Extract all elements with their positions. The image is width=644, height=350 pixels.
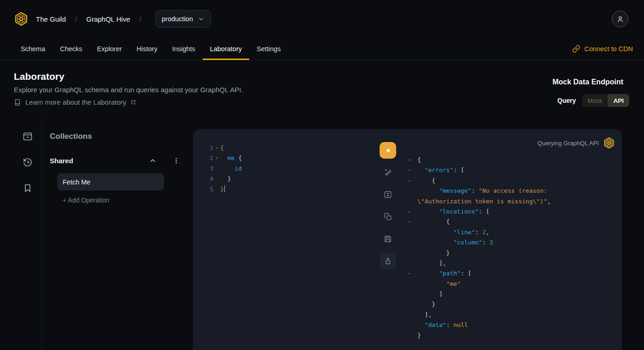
user-avatar-button[interactable] [612,11,628,27]
merge-fragments-icon[interactable] [383,190,392,199]
connect-to-cdn-link[interactable]: Connect to CDN [572,38,633,60]
chevron-down-icon [198,16,205,23]
connect-to-cdn-label: Connect to CDN [584,45,633,53]
collections-title: Collections [50,132,92,141]
response-endpoint-label: Querying GraphQL API [538,140,599,147]
project-nav: Schema Checks Explorer History Insights … [0,38,644,60]
page-title: Laboratory [14,71,64,82]
chevron-up-icon[interactable] [149,157,157,165]
operation-item-fetch-me[interactable]: Fetch Me [57,173,164,190]
graphiql-editor-panel: 1▾{2▾ me {3 id4 }5} [193,129,622,350]
hive-logo-icon [603,137,615,149]
endpoint-toggle-row: Query Mock API [557,94,629,107]
tab-explorer[interactable]: Explorer [90,38,129,60]
segment-api[interactable]: API [608,94,629,107]
history-icon[interactable] [22,157,33,168]
query-label: Query [557,97,576,104]
page-head: Laboratory Explore your GraphQL schema a… [0,60,644,118]
learn-more-label: Learn more about the Laboratory [25,98,126,106]
collection-group-label: Shared [50,157,149,165]
target-selector-dropdown[interactable]: production [155,10,211,28]
nav-tabs: Schema Checks Explorer History Insights … [13,38,288,60]
share-icon [384,257,392,265]
person-icon [616,15,625,24]
page-description: Explore your GraphQL schema and run quer… [14,86,243,94]
breadcrumb: The Guild / GraphQL Hive / [36,14,141,24]
tab-insights[interactable]: Insights [165,38,203,60]
query-editor[interactable]: 1▾{2▾ me {3 id4 }5} [206,143,242,195]
breadcrumb-separator: / [75,15,77,23]
target-selector-value: production [162,15,193,23]
tab-checks[interactable]: Checks [53,38,89,60]
book-icon [14,99,21,106]
link-icon [572,45,580,53]
endpoint-segmented-control: Mock API [582,94,629,107]
bookmark-icon[interactable] [22,183,33,194]
breadcrumb-separator: / [140,15,141,23]
breadcrumb-project[interactable]: GraphQL Hive [86,15,130,23]
breadcrumb-org[interactable]: The Guild [36,15,66,23]
execute-query-button[interactable] [380,142,396,159]
prettify-icon[interactable] [383,168,392,177]
external-link-icon [130,99,136,105]
play-icon [384,147,392,154]
segment-mock[interactable]: Mock [582,94,608,107]
save-operation-icon[interactable] [383,234,392,243]
response-viewer: ▾{▾ "errors": [▾ { "message": "No access… [406,155,551,341]
tab-settings[interactable]: Settings [249,38,288,60]
copy-query-icon[interactable] [383,212,392,221]
add-operation-button[interactable]: + Add Operation [63,196,110,204]
learn-more-link[interactable]: Learn more about the Laboratory [14,98,136,106]
operations-collection-icon[interactable] [22,131,33,142]
share-operation-button[interactable] [380,253,396,269]
hive-logo-icon[interactable] [14,12,29,26]
collections-panel: Collections Shared Fetch Me + Add Operat… [42,118,193,350]
tab-laboratory[interactable]: Laboratory [203,38,249,60]
laboratory-sidebar-rail [0,118,42,350]
graphql-hive-laboratory-page: { "header": { "breadcrumb": { "org": "Th… [0,0,644,350]
kebab-menu-icon[interactable] [172,157,180,165]
tab-history[interactable]: History [129,38,165,60]
collection-group-shared[interactable]: Shared [50,155,180,166]
top-header: The Guild / GraphQL Hive / production [0,0,644,38]
tab-schema[interactable]: Schema [13,38,53,60]
response-endpoint-indicator: Querying GraphQL API [538,137,615,149]
mock-endpoint-title: Mock Data Endpoint [552,78,623,86]
